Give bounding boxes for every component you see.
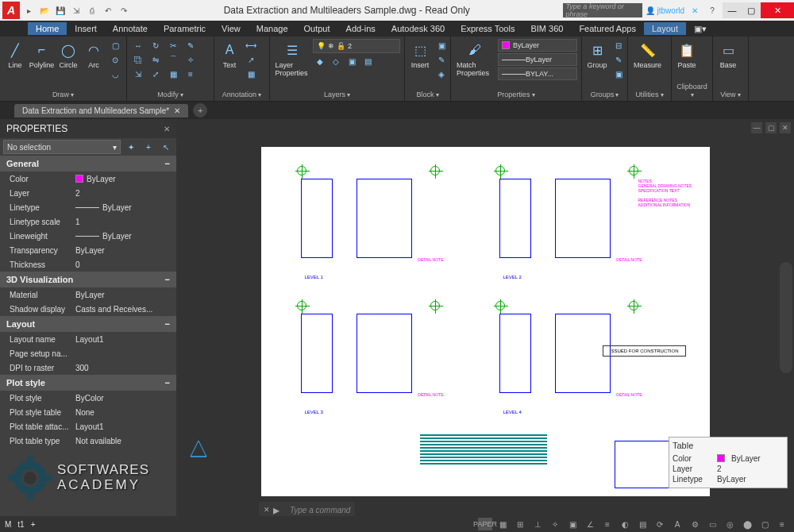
property-group-header[interactable]: Plot style− [0,375,176,391]
utilities-panel-label[interactable]: Utilities [632,89,667,100]
menu-addins[interactable]: Add-ins [338,22,384,35]
layer-tool-icon[interactable]: ◇ [329,55,343,67]
groupbox-icon[interactable]: ▣ [611,67,626,80]
cycling-icon[interactable]: ⟳ [653,518,667,530]
lineweight-dropdown[interactable]: ByLayer [498,53,577,66]
view-panel-label[interactable]: View [717,89,744,100]
property-row[interactable]: Page setup na... [0,346,176,360]
property-row[interactable]: Shadow displayCasts and Receives... [0,302,176,316]
hardware-icon[interactable]: ⬤ [740,518,754,530]
arc-button[interactable]: ◠Arc [83,39,105,71]
circle-button[interactable]: ◯Circle [57,39,79,71]
snap-icon[interactable]: ⊞ [513,518,527,530]
property-row[interactable]: Thickness0 [0,257,176,272]
qp-icon[interactable]: ▤ [635,518,649,530]
property-row[interactable]: ColorByLayer [0,172,176,186]
help-icon[interactable]: ? [705,3,719,17]
qat-new-icon[interactable]: ▸ [21,3,36,17]
menu-express[interactable]: Express Tools [453,22,522,35]
insert-button[interactable]: ⬚Insert [409,39,431,71]
lineweight-icon[interactable]: ≡ [600,518,615,530]
explode-icon[interactable]: ✧ [183,53,198,66]
group-button[interactable]: ⊞Group [586,39,608,71]
menu-manage[interactable]: Manage [249,22,296,35]
draw-panel-label[interactable]: Draw [4,89,122,100]
annotation-panel-label[interactable]: Annotation [218,89,265,100]
menu-a360[interactable]: Autodesk 360 [384,22,453,35]
array-icon[interactable]: ▦ [166,67,180,80]
property-row[interactable]: LinetypeByLayer [0,200,176,214]
close-button[interactable]: ✕ [761,2,794,18]
search-input[interactable]: Type a keyword or phrase [563,3,642,17]
paper-space[interactable]: DETAIL NOTELEVEL 1 DETAIL NOTELEVEL 2 DE… [261,147,710,496]
block-panel-label[interactable]: Block [409,89,446,100]
edit-icon[interactable]: ✎ [434,53,449,66]
property-group-header[interactable]: 3D Visualization− [0,272,176,287]
color-dropdown[interactable]: ByLayer [498,39,577,52]
qat-saveas-icon[interactable]: ⇲ [69,3,83,17]
isolate-icon[interactable]: ◎ [723,518,737,530]
menu-annotate[interactable]: Annotate [105,22,156,35]
draw-tool-icon[interactable]: ⊙ [108,53,122,66]
property-row[interactable]: Layout nameLayout1 [0,332,176,346]
exchange-icon[interactable]: ✕ [688,3,702,17]
minimize-button[interactable]: — [723,2,742,18]
menu-home[interactable]: Home [28,22,67,35]
create-icon[interactable]: ▣ [434,39,449,52]
layerprops-button[interactable]: ☰Layer Properties [274,39,310,79]
property-row[interactable]: Layer2 [0,186,176,200]
clipboard-panel-label[interactable]: Clipboard [676,81,708,100]
draw-tool-icon[interactable]: ▢ [108,39,122,52]
property-row[interactable]: Plot style tableNone [0,405,176,419]
menu-featured[interactable]: Featured Apps [571,22,644,35]
cmd-close-icon[interactable]: ✕ [264,506,270,514]
document-tab[interactable]: Data Extraction and Multileaders Sample*… [14,104,188,118]
command-line[interactable]: ✕ ▸_ Type a command [259,502,355,518]
qat-plot-icon[interactable]: ⎙ [85,3,99,17]
app-logo[interactable]: A [2,2,20,19]
quickselect-icon[interactable]: ✦ [124,141,138,153]
menu-bim360[interactable]: BIM 360 [522,22,571,35]
add-layout-button[interactable]: + [31,520,36,529]
model-tab[interactable]: M [5,520,11,529]
tab-close-icon[interactable]: ✕ [174,106,180,115]
drawing-canvas[interactable]: — ▢ ✕ DETAIL NOTELEVEL 1 DETAIL NOTELEVE… [176,119,794,516]
maximize-button[interactable]: ▢ [742,2,761,18]
move-icon[interactable]: ↔ [131,39,145,52]
grid-icon[interactable]: ▦ [495,518,510,530]
viewport-minimize-icon[interactable]: — [751,122,762,133]
layer-tool-icon[interactable]: ▣ [345,55,359,67]
modify-panel-label[interactable]: Modify [131,89,210,100]
property-row[interactable]: LineweightByLayer [0,229,176,243]
property-row[interactable]: Plot table attac...Layout1 [0,419,176,434]
navigation-bar[interactable] [780,262,792,373]
transparency-icon[interactable]: ◐ [618,518,632,530]
selection-dropdown[interactable]: No selection▾ [3,140,121,154]
ortho-icon[interactable]: ⊥ [530,518,545,530]
linetype-dropdown[interactable]: BYLAY... [498,67,577,80]
polar-icon[interactable]: ✧ [548,518,562,530]
menu-layout[interactable]: Layout [644,22,686,35]
mirror-icon[interactable]: ⇋ [148,53,163,66]
layer-tool-icon[interactable]: ▤ [360,55,375,67]
menu-view[interactable]: View [214,22,249,35]
viewport-restore-icon[interactable]: ▢ [765,122,777,133]
rotate-icon[interactable]: ↻ [148,39,163,52]
fillet-icon[interactable]: ⌒ [166,53,180,66]
pickadd-icon[interactable]: + [141,141,156,153]
base-button[interactable]: ▭Base [717,39,739,71]
ungroup-icon[interactable]: ⊟ [611,39,626,52]
copy-icon[interactable]: ⿻ [131,53,145,66]
viewport-close-icon[interactable]: ✕ [780,122,791,133]
draw-tool-icon[interactable]: ◡ [108,67,122,80]
command-input[interactable]: Type a command [290,506,351,515]
property-row[interactable]: Plot styleByColor [0,391,176,405]
customize-icon[interactable]: ≡ [775,518,789,530]
drawing-table[interactable] [420,433,547,465]
otrack-icon[interactable]: ∠ [583,518,597,530]
selectobj-icon[interactable]: ↖ [159,141,173,153]
monitor-icon[interactable]: ▭ [705,518,719,530]
groupedit-icon[interactable]: ✎ [611,53,626,66]
dim-icon[interactable]: ⟷ [244,39,258,52]
signin-button[interactable]: 👤jtbworld [646,6,684,15]
